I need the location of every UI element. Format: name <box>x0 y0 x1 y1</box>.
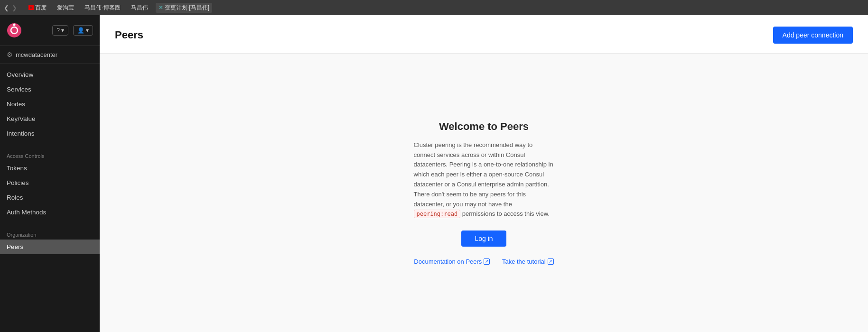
help-button[interactable]: ? ▾ <box>52 25 68 36</box>
tutorial-link[interactable]: Take the tutorial ↗ <box>502 258 554 265</box>
sidebar-item-tokens[interactable]: Tokens <box>0 161 100 175</box>
sidebar-item-roles[interactable]: Roles <box>0 190 100 205</box>
welcome-card: Welcome to Peers Cluster peering is the … <box>399 105 569 280</box>
documentation-link[interactable]: Documentation on Peers ↗ <box>414 258 490 265</box>
sidebar-header: ? ▾ 👤 ▾ <box>0 15 100 46</box>
sidebar-item-key-value[interactable]: Key/Value <box>0 111 100 126</box>
content-area: Welcome to Peers Cluster peering is the … <box>100 54 868 332</box>
tab-baidu[interactable]: 🅱 百度 <box>26 3 49 13</box>
consul-logo <box>7 23 22 38</box>
help-icon: ? <box>56 27 60 34</box>
access-controls-label: Access Controls <box>0 148 100 161</box>
welcome-links: Documentation on Peers ↗ Take the tutori… <box>414 258 554 265</box>
sidebar-item-auth-methods[interactable]: Auth Methods <box>0 205 100 220</box>
user-button[interactable]: 👤 ▾ <box>73 25 93 36</box>
app-container: ? ▾ 👤 ▾ ⚙ mcwdatacenter Overview Service… <box>0 15 868 332</box>
nav-forward-icon[interactable]: ❯ <box>12 4 17 11</box>
tutorial-external-icon: ↗ <box>548 258 554 265</box>
external-link-icon: ↗ <box>484 258 490 265</box>
browser-bar: ❮ ❯ 🅱 百度 爱淘宝 马昌伟·博客圈 马昌伟 ✕ 变更计划·[马昌伟] <box>0 0 868 15</box>
svg-point-2 <box>13 24 16 26</box>
tab-taobao[interactable]: 爱淘宝 <box>54 3 77 13</box>
welcome-title: Welcome to Peers <box>414 120 554 133</box>
sidebar-item-peers[interactable]: Peers <box>0 240 100 254</box>
help-chevron-icon: ▾ <box>61 27 64 34</box>
sidebar-item-policies[interactable]: Policies <box>0 175 100 190</box>
organization-section: Organization Peers <box>0 223 100 258</box>
page-title: Peers <box>115 29 143 41</box>
sidebar-item-intentions[interactable]: Intentions <box>0 126 100 141</box>
login-button[interactable]: Log in <box>461 231 506 247</box>
sidebar: ? ▾ 👤 ▾ ⚙ mcwdatacenter Overview Service… <box>0 15 100 332</box>
tab-plan[interactable]: ✕ 变更计划·[马昌伟] <box>156 3 212 13</box>
main-content: Peers Add peer connection Welcome to Pee… <box>100 15 868 332</box>
welcome-description: Cluster peering is the recommended way t… <box>414 140 554 219</box>
gear-icon: ⚙ <box>7 51 13 58</box>
main-header: Peers Add peer connection <box>100 15 868 54</box>
nav-back-icon[interactable]: ❮ <box>4 4 9 11</box>
user-chevron-icon: ▾ <box>86 27 89 34</box>
tab-user[interactable]: 马昌伟 <box>128 3 151 13</box>
sidebar-item-nodes[interactable]: Nodes <box>0 97 100 111</box>
organization-label: Organization <box>0 227 100 240</box>
peering-read-badge: peering:read <box>414 210 461 218</box>
user-icon: 👤 <box>77 27 84 34</box>
access-controls-section: Access Controls Tokens Policies Roles Au… <box>0 145 100 223</box>
tab-blog[interactable]: 马昌伟·博客圈 <box>82 3 123 13</box>
sidebar-item-overview[interactable]: Overview <box>0 67 100 82</box>
browser-tabs: 🅱 百度 爱淘宝 马昌伟·博客圈 马昌伟 ✕ 变更计划·[马昌伟] <box>21 3 864 13</box>
main-nav-section: Overview Services Nodes Key/Value Intent… <box>0 64 100 145</box>
browser-nav: ❮ ❯ <box>4 4 17 11</box>
sidebar-item-services[interactable]: Services <box>0 82 100 97</box>
datacenter-name: ⚙ mcwdatacenter <box>0 46 100 64</box>
add-peer-button[interactable]: Add peer connection <box>773 27 853 44</box>
